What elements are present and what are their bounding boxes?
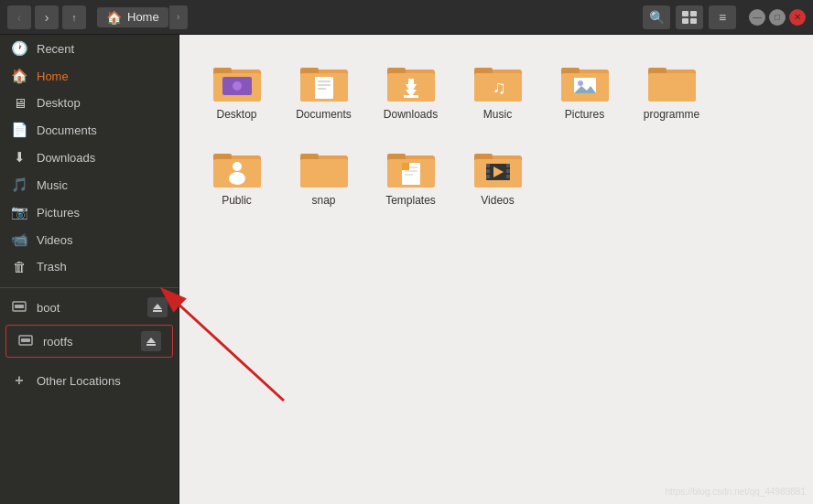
folder-videos[interactable]: Videos: [459, 139, 537, 216]
boot-eject-button[interactable]: [147, 297, 168, 317]
back-button[interactable]: ‹: [7, 5, 31, 29]
sidebar-item-home[interactable]: 🏠 Home: [0, 62, 179, 90]
svg-rect-2: [682, 18, 688, 24]
svg-rect-51: [300, 159, 348, 188]
music-folder-label: Music: [483, 108, 512, 123]
sidebar-label-desktop: Desktop: [37, 96, 168, 110]
breadcrumb-arrow: ›: [169, 5, 188, 29]
maximize-button[interactable]: □: [769, 9, 786, 26]
programme-folder-icon: [646, 60, 698, 104]
folder-public[interactable]: Public: [198, 139, 276, 216]
sidebar-item-boot[interactable]: boot: [0, 292, 179, 323]
documents-icon: 📄: [11, 122, 27, 138]
svg-rect-7: [153, 310, 162, 312]
sidebar-item-other-locations[interactable]: + Other Locations: [0, 367, 179, 394]
trash-icon: 🗑: [11, 259, 27, 274]
folder-documents[interactable]: Documents: [285, 53, 363, 130]
main-layout: 🕐 Recent 🏠 Home 🖥 Desktop 📄 Documents ⬇ …: [0, 35, 813, 504]
sidebar-label-home: Home: [37, 70, 168, 83]
svg-rect-65: [486, 169, 490, 173]
snap-folder-icon: [298, 146, 350, 190]
svg-rect-64: [486, 164, 490, 167]
folder-programme[interactable]: programme: [633, 53, 710, 130]
minimize-button[interactable]: —: [749, 9, 765, 26]
sidebar-item-videos[interactable]: 📹 Videos: [0, 226, 179, 253]
sidebar-item-trash[interactable]: 🗑 Trash: [0, 253, 179, 280]
home-sidebar-icon: 🏠: [11, 68, 27, 84]
svg-marker-10: [146, 338, 156, 343]
boot-drive-icon: [11, 299, 27, 316]
sidebar-label-pictures: Pictures: [37, 206, 168, 220]
svg-rect-9: [21, 338, 30, 342]
rootfs-drive-icon: [17, 333, 34, 350]
sidebar-label-recent: Recent: [37, 42, 168, 56]
svg-rect-1: [690, 11, 697, 16]
sidebar-item-documents[interactable]: 📄 Documents: [0, 116, 179, 144]
svg-rect-68: [506, 169, 510, 173]
sidebar-item-music[interactable]: 🎵 Music: [0, 171, 179, 198]
svg-text:♫: ♫: [493, 77, 506, 97]
pictures-folder-icon: [559, 60, 611, 104]
svg-rect-28: [408, 79, 414, 88]
svg-rect-0: [682, 11, 688, 16]
pictures-folder-label: Pictures: [565, 108, 604, 123]
up-button[interactable]: ↑: [62, 5, 86, 29]
breadcrumb-home[interactable]: 🏠 Home: [97, 7, 168, 27]
folder-music[interactable]: ♫ Music: [459, 53, 537, 130]
sidebar: 🕐 Recent 🏠 Home 🖥 Desktop 📄 Documents ⬇ …: [0, 35, 179, 504]
other-locations-icon: +: [11, 372, 27, 389]
sidebar-label-videos: Videos: [37, 233, 168, 247]
desktop-folder-label: Desktop: [216, 108, 256, 123]
desktop-icon: 🖥: [11, 95, 27, 111]
svg-rect-5: [15, 305, 24, 308]
svg-point-47: [233, 162, 242, 171]
desktop-folder-icon: [211, 60, 263, 104]
sidebar-label-music: Music: [37, 178, 168, 192]
sidebar-label-other-locations: Other Locations: [37, 374, 168, 388]
sidebar-label-downloads: Downloads: [37, 151, 168, 165]
folder-snap[interactable]: snap: [285, 139, 363, 216]
titlebar: ‹ › ↑ 🏠 Home › 🔍 ≡ — □ ✕: [0, 0, 813, 35]
svg-rect-30: [404, 95, 418, 98]
programme-folder-label: programme: [644, 108, 699, 123]
folder-pictures[interactable]: Pictures: [546, 53, 623, 130]
music-icon: 🎵: [11, 177, 27, 193]
videos-folder-label: Videos: [481, 194, 514, 209]
folder-downloads[interactable]: Downloads: [372, 53, 450, 130]
svg-rect-67: [506, 164, 510, 167]
menu-button[interactable]: ≡: [709, 5, 736, 29]
snap-folder-label: snap: [311, 194, 335, 209]
svg-rect-66: [486, 175, 490, 178]
rootfs-eject-button[interactable]: [141, 331, 161, 351]
sidebar-label-trash: Trash: [37, 260, 168, 273]
templates-folder-icon: [385, 146, 437, 190]
svg-rect-59: [402, 163, 409, 170]
videos-folder-icon: [472, 146, 524, 190]
breadcrumb-label: Home: [127, 10, 159, 24]
home-icon: 🏠: [106, 10, 122, 25]
sidebar-label-documents: Documents: [37, 123, 168, 137]
svg-rect-20: [315, 77, 333, 99]
sidebar-item-downloads[interactable]: ⬇ Downloads: [0, 144, 179, 171]
svg-point-16: [233, 81, 242, 91]
public-folder-label: Public: [222, 194, 252, 209]
sidebar-item-pictures[interactable]: 📷 Pictures: [0, 198, 179, 226]
svg-rect-11: [146, 344, 156, 346]
sidebar-item-rootfs[interactable]: rootfs: [5, 325, 173, 358]
sidebar-item-desktop[interactable]: 🖥 Desktop: [0, 90, 179, 116]
svg-marker-6: [153, 304, 162, 309]
close-button[interactable]: ✕: [789, 9, 806, 26]
sidebar-item-recent[interactable]: 🕐 Recent: [0, 35, 179, 62]
view-toggle-button[interactable]: [676, 5, 703, 29]
documents-folder-icon: [298, 60, 350, 104]
pictures-icon: 📷: [11, 204, 27, 220]
recent-icon: 🕐: [11, 40, 27, 57]
sidebar-label-rootfs: rootfs: [43, 335, 132, 349]
folder-desktop[interactable]: Desktop: [198, 53, 276, 130]
forward-button[interactable]: ›: [35, 5, 59, 29]
search-button[interactable]: 🔍: [643, 5, 670, 29]
templates-folder-label: Templates: [385, 194, 436, 209]
folder-templates[interactable]: Templates: [372, 139, 450, 216]
svg-rect-3: [690, 18, 697, 24]
watermark: https://blog.csdn.net/qq_44989881: [666, 487, 806, 497]
